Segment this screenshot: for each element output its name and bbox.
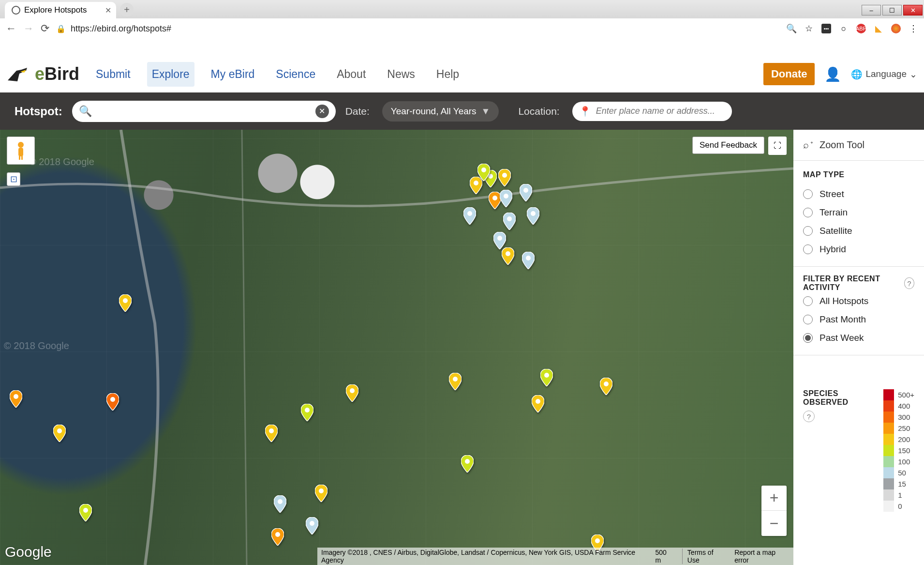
- legend-swatch: [883, 400, 894, 412]
- reload-icon[interactable]: ⟳: [41, 22, 49, 35]
- hotspot-marker[interactable]: [106, 393, 119, 411]
- url-box[interactable]: 🔒 https://ebird.org/hotspots#: [56, 24, 780, 34]
- hotspot-marker[interactable]: [301, 404, 313, 421]
- fullscreen-button[interactable]: ⛶: [768, 137, 787, 155]
- date-label: Date:: [345, 106, 370, 117]
- legend-value: 300: [898, 413, 910, 421]
- hotspot-marker[interactable]: [540, 369, 553, 386]
- svg-point-14: [14, 394, 18, 399]
- terms-link[interactable]: Terms of Use: [682, 549, 726, 564]
- help-icon[interactable]: ?: [904, 277, 914, 289]
- hotspot-marker[interactable]: [315, 485, 328, 502]
- nav-explore[interactable]: Explore: [147, 62, 194, 87]
- legend-row: 300: [883, 412, 914, 423]
- hotspot-marker[interactable]: [79, 504, 92, 521]
- url-text: https://ebird.org/hotspots#: [71, 24, 171, 34]
- filter-title: FILTER BY RECENT ACTIVITY: [803, 275, 904, 292]
- hotspot-marker[interactable]: [119, 294, 132, 312]
- ext3-icon[interactable]: ◣: [874, 24, 883, 33]
- filter-bar: Hotspot: 🔍 ✕ Date: Year-round, All Years…: [0, 92, 924, 130]
- hotspot-marker[interactable]: [306, 517, 318, 534]
- user-icon[interactable]: 👤: [824, 66, 841, 82]
- legend-value: 50: [898, 469, 906, 477]
- hotspot-marker[interactable]: [532, 395, 544, 412]
- location-input[interactable]: [596, 106, 725, 116]
- nav-my-ebird[interactable]: My eBird: [206, 62, 260, 87]
- language-selector[interactable]: 🌐 Language ⌄: [851, 69, 917, 80]
- hotspot-marker[interactable]: [500, 190, 512, 207]
- back-icon[interactable]: ←: [6, 22, 16, 35]
- hotspot-marker[interactable]: [53, 425, 66, 442]
- hotspot-marker[interactable]: [498, 169, 511, 186]
- close-tab-icon[interactable]: ✕: [105, 6, 111, 15]
- maptype-hybrid[interactable]: Hybrid: [803, 240, 914, 259]
- hotspot-marker[interactable]: [265, 425, 278, 442]
- hotspot-marker[interactable]: [527, 207, 539, 225]
- attribution-text: Imagery ©2018 , CNES / Airbus, DigitalGl…: [321, 549, 646, 564]
- donate-button[interactable]: Donate: [763, 63, 815, 85]
- star-icon[interactable]: ☆: [804, 24, 814, 33]
- hotspot-marker[interactable]: [503, 213, 516, 230]
- nav-news[interactable]: News: [382, 62, 420, 87]
- forward-icon[interactable]: →: [23, 22, 34, 35]
- svg-rect-33: [19, 155, 20, 160]
- legend-swatch: [883, 456, 894, 467]
- zoom-tool-button[interactable]: ⌕⁺ Zoom Tool: [803, 139, 914, 151]
- google-logo: Google: [5, 544, 52, 560]
- nav-science[interactable]: Science: [271, 62, 320, 87]
- hotspot-marker[interactable]: [271, 528, 284, 546]
- nav-about[interactable]: About: [332, 62, 371, 87]
- hotspot-marker[interactable]: [600, 378, 612, 395]
- location-search[interactable]: 📍: [572, 102, 732, 121]
- map-area[interactable]: © 2018 Google © 2018 Google ⊡ Send Feedb…: [0, 130, 793, 565]
- hotspot-input[interactable]: [97, 106, 311, 116]
- svg-point-2: [481, 168, 486, 172]
- avatar-icon[interactable]: [891, 24, 901, 33]
- svg-rect-34: [21, 155, 23, 160]
- maptype-satellite[interactable]: Satellite: [803, 222, 914, 240]
- filter-all[interactable]: All Hotspots: [803, 292, 914, 310]
- zoom-in-button[interactable]: +: [761, 486, 787, 511]
- clear-icon[interactable]: ✕: [315, 105, 329, 118]
- maptype-street[interactable]: Street: [803, 185, 914, 203]
- hotspot-marker[interactable]: [520, 184, 532, 201]
- hotspot-marker[interactable]: [463, 207, 476, 225]
- legend-row: 500+: [883, 389, 914, 400]
- minimize-button[interactable]: –: [862, 5, 881, 15]
- nav-help[interactable]: Help: [432, 62, 464, 87]
- help-icon[interactable]: ?: [803, 411, 815, 422]
- hotspot-marker[interactable]: [10, 390, 22, 408]
- filter-month[interactable]: Past Month: [803, 310, 914, 329]
- browser-tab[interactable]: Explore Hotspots ✕: [5, 2, 116, 18]
- hotspot-marker[interactable]: [346, 384, 358, 402]
- svg-point-3: [492, 196, 497, 200]
- menu-icon[interactable]: ⋮: [909, 24, 918, 33]
- maptype-terrain[interactable]: Terrain: [803, 203, 914, 222]
- ext1-icon[interactable]: •••: [821, 24, 831, 33]
- report-link[interactable]: Report a map error: [734, 549, 790, 564]
- zoom-icon[interactable]: 🔍: [787, 24, 796, 33]
- filter-week[interactable]: Past Week: [803, 329, 914, 347]
- new-tab-button[interactable]: +: [120, 3, 134, 16]
- adblock-icon[interactable]: ABP: [856, 24, 866, 33]
- svg-point-13: [123, 298, 128, 303]
- hotspot-marker[interactable]: [477, 164, 490, 181]
- svg-rect-32: [18, 148, 23, 156]
- rect-zoom-button[interactable]: ⊡: [7, 172, 20, 186]
- feedback-button[interactable]: Send Feedback: [692, 137, 764, 154]
- hotspot-marker[interactable]: [522, 252, 535, 269]
- hotspot-marker[interactable]: [449, 373, 462, 390]
- maximize-button[interactable]: ☐: [882, 5, 902, 15]
- date-selector[interactable]: Year-round, All Years ▼: [382, 101, 499, 122]
- pegman-button[interactable]: [7, 137, 35, 165]
- zoom-out-button[interactable]: −: [761, 511, 787, 536]
- hotspot-marker[interactable]: [274, 495, 286, 513]
- nav-submit[interactable]: Submit: [91, 62, 135, 87]
- watermark: © 2018 Google: [4, 340, 69, 351]
- hotspot-marker[interactable]: [502, 247, 514, 265]
- hotspot-marker[interactable]: [461, 455, 474, 473]
- close-window-button[interactable]: ✕: [903, 5, 923, 15]
- ebird-logo[interactable]: eBird: [7, 64, 79, 84]
- ext2-icon[interactable]: ○: [839, 24, 849, 33]
- hotspot-search[interactable]: 🔍 ✕: [72, 101, 336, 122]
